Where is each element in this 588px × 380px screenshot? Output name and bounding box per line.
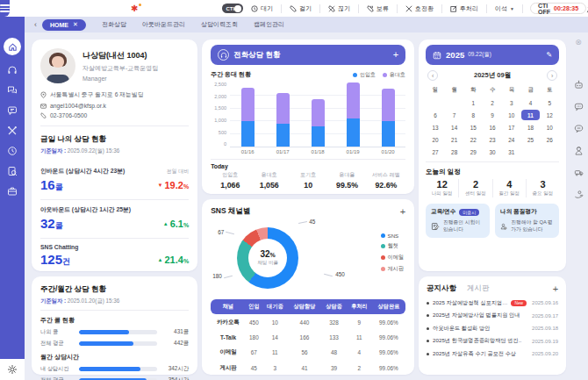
sidebar-item-tools[interactable]	[7, 125, 18, 136]
table-header-row: 채널인입대기중상담할당상담중후처리상담완료	[211, 299, 405, 314]
chat-dots-icon[interactable]	[574, 102, 584, 111]
calendar-day[interactable]: 10	[502, 110, 521, 120]
x-tick-label: 01/18	[300, 149, 335, 154]
sidebar-item-message[interactable]	[7, 105, 18, 116]
wait-button[interactable]: 대기	[251, 4, 282, 13]
hangup-button[interactable]: 끊기	[328, 4, 359, 13]
progress-label: 전체 평균	[40, 340, 74, 348]
add-icon[interactable]: +	[553, 284, 558, 294]
add-icon[interactable]: +	[393, 50, 398, 60]
schedule-important[interactable]: 3중요 일정	[526, 179, 559, 197]
notice-item[interactable]: 2025년 한국생명존중희망재단 연간..2025.09.19	[427, 337, 558, 345]
tab-phone-consult[interactable]: 전화상담	[102, 20, 126, 29]
stacked-bar[interactable]	[312, 82, 325, 147]
transfer-button[interactable]: 호전환	[405, 4, 442, 13]
calendar-day[interactable]: 18	[521, 122, 541, 133]
schedule-center[interactable]: 2센터 일정	[458, 179, 491, 197]
care-hand-icon[interactable]	[574, 190, 584, 199]
sidebar-settings[interactable]	[0, 359, 25, 380]
calendar-day[interactable]: 16	[483, 122, 502, 133]
education-card[interactable]: 교육/연수 미응시 진행중인 시험이 있습니다	[426, 204, 490, 238]
sidebar-item-search-doc[interactable]	[7, 166, 18, 176]
edit-pencil-icon[interactable]: ✎	[546, 51, 552, 59]
sidebar-item-history[interactable]	[7, 146, 18, 156]
vehicle-icon[interactable]	[574, 168, 584, 177]
cti-toggle[interactable]: CTI	[222, 4, 243, 13]
sidebar-item-home[interactable]	[4, 38, 21, 55]
calendar-day[interactable]: 21	[445, 134, 464, 145]
notice-item[interactable]: 2025년 자살유족 수기 공모전 수상2025.09.20	[427, 350, 558, 358]
chart-subtitle: 주간 응대 현황	[211, 70, 251, 79]
tab-outbound-mgmt[interactable]: 아웃바운드관리	[142, 20, 185, 29]
legend-item: 웹챗	[381, 242, 405, 250]
hamburger-menu-button[interactable]	[0, 0, 10, 17]
stacked-bar[interactable]	[382, 82, 395, 147]
hold-button[interactable]: 보류	[367, 4, 398, 13]
table-row: 이메일67115648499.06%	[211, 344, 405, 360]
close-tab-icon[interactable]: ✕	[73, 21, 78, 28]
calendar-day[interactable]: 6	[426, 110, 445, 120]
notice-tab[interactable]: 공지사항	[427, 283, 456, 294]
sidebar-item-headset[interactable]	[7, 65, 18, 75]
table-cell: 3	[262, 360, 288, 376]
dial-button[interactable]: 걸기	[290, 4, 320, 13]
calendar-day[interactable]: 15	[464, 122, 484, 133]
calendar-day[interactable]: 5	[540, 97, 559, 108]
calendar-day[interactable]: 8	[464, 110, 484, 120]
cti-timer: 00:28:35	[554, 5, 578, 11]
tabs-scroll-left-icon[interactable]: ‹	[34, 20, 37, 29]
add-icon[interactable]: +	[400, 207, 405, 217]
stacked-bar[interactable]	[347, 82, 360, 147]
calendar-day[interactable]: 26	[540, 134, 559, 145]
sidebar-item-archive[interactable]	[7, 186, 18, 197]
sidebar-item-chats[interactable]	[7, 85, 18, 96]
notice-item[interactable]: 2025년 자살예방사업 법률지원 안내2025.09.17	[427, 312, 558, 319]
tab-consult-history[interactable]: 상담이력조회	[201, 20, 238, 29]
away-dropdown[interactable]: 이석 ▼	[495, 4, 523, 13]
calendar-day[interactable]: 7	[445, 110, 464, 120]
calendar-day[interactable]: 23	[483, 134, 502, 145]
notice-item[interactable]: 아웃바운드 활성화 방안2025.09.18	[427, 325, 558, 333]
chatbot-icon[interactable]	[574, 80, 584, 90]
prev-month-icon[interactable]: ‹	[427, 70, 438, 81]
qa-card[interactable]: 나의 품질평가 진행해야 할 QA 평가가 있습니다	[495, 204, 559, 238]
calendar-day[interactable]: 29	[464, 147, 484, 157]
board-tab[interactable]: 게시판	[467, 283, 490, 294]
metric-value: 16콜	[40, 177, 63, 193]
next-month-icon[interactable]: ›	[547, 70, 557, 81]
calendar-day[interactable]: 4	[521, 97, 541, 108]
calendar-day[interactable]: 30	[483, 147, 502, 157]
new-badge: New	[511, 300, 527, 306]
calendar-day[interactable]: 10	[540, 122, 559, 133]
stacked-bar[interactable]	[276, 82, 290, 147]
calendar-day[interactable]: 17	[502, 122, 521, 133]
calendar-day[interactable]: 2	[483, 97, 502, 108]
counselor-icon[interactable]	[574, 146, 584, 155]
calendar-day[interactable]: 25	[521, 134, 541, 145]
tab-campaign-mgmt[interactable]: 캠페인관리	[254, 20, 284, 29]
table-cell: 14	[262, 330, 288, 344]
calendar-day[interactable]: 12	[540, 110, 559, 120]
calendar-day[interactable]: 11	[521, 110, 541, 120]
calendar-day[interactable]: 24	[502, 134, 521, 145]
calendar-day[interactable]: 14	[445, 122, 464, 133]
calendar-day[interactable]: 31	[502, 147, 521, 157]
schedule-monthly[interactable]: 4월간 일정	[492, 179, 526, 197]
calendar-day[interactable]: 3	[502, 97, 521, 108]
talk-bubble-icon[interactable]	[574, 124, 584, 133]
calendar-day[interactable]: 9	[483, 110, 502, 120]
stacked-bar[interactable]	[241, 82, 255, 147]
schedule-my[interactable]: 12나의 일정	[426, 179, 458, 197]
notice-item[interactable]: 2025 자살예방정책 심포지엄 개최New2025.09.16	[427, 299, 558, 307]
collapse-strip-icon[interactable]: ⊗	[575, 38, 582, 47]
tab-home[interactable]: HOME ✕	[42, 19, 86, 31]
calendar-day[interactable]: 27	[426, 147, 445, 157]
metric-row: SNS Chatting125건▲21.4%	[40, 238, 189, 268]
table-row: 게시판4534139299.06%	[211, 360, 405, 376]
calendar-day[interactable]: 1	[464, 97, 484, 108]
wrapup-button[interactable]: 후처리	[450, 4, 487, 13]
calendar-day[interactable]: 13	[426, 122, 445, 133]
calendar-day[interactable]: 22	[464, 134, 484, 145]
calendar-day[interactable]: 20	[426, 134, 445, 145]
calendar-day[interactable]: 28	[445, 147, 464, 157]
